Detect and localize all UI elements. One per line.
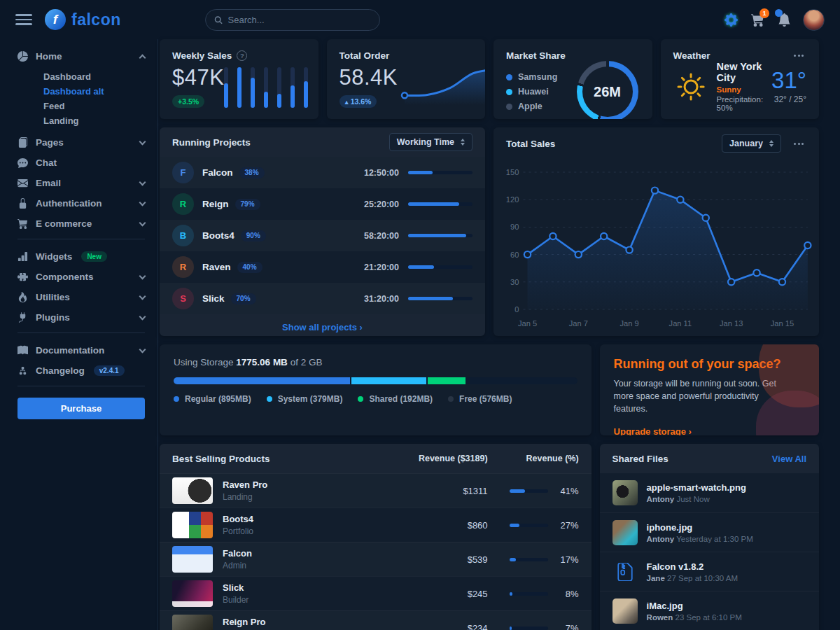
project-row-boots4[interactable]: B Boots4 90% 58:20:00: [160, 220, 485, 251]
help-icon[interactable]: ?: [237, 50, 247, 61]
shared-file-item[interactable]: Falcon v1.8.2 Jane 27 Sep at 10:30 AM: [600, 552, 819, 591]
plug-icon: [18, 312, 28, 323]
weekly-sales-bar: [290, 67, 295, 108]
shared-files-card: Shared Files View All apple-smart-watch.…: [600, 444, 819, 630]
top-navbar: f falcon 1: [0, 0, 840, 39]
sidebar-item-label: Changelog: [36, 365, 85, 376]
product-category: Admin: [223, 561, 252, 570]
product-name: Slick: [223, 582, 248, 593]
storage-segment: [174, 377, 350, 384]
weather-temp: 31°: [771, 69, 806, 92]
project-row-reign[interactable]: R Reign 79% 25:20:00: [160, 188, 485, 220]
sidebar-item-changelog[interactable]: Changelog v2.4.1: [18, 363, 145, 378]
product-row-slick[interactable]: Slick Builder $245 8%: [160, 576, 592, 610]
sidebar-item-feed[interactable]: Feed: [18, 99, 145, 113]
user-avatar[interactable]: [803, 9, 825, 31]
product-revenue-bar: [510, 489, 548, 493]
project-row-falcon[interactable]: F Falcon 38% 12:50:00: [160, 157, 485, 188]
product-thumbnail: [172, 546, 213, 573]
shared-file-item[interactable]: iMac.jpg Rowen 23 Sep at 6:10 PM: [600, 591, 819, 630]
svg-text:0: 0: [514, 305, 519, 314]
total-sales-line-chart: 0306090120150Jan 5Jan 7Jan 9Jan 11Jan 13…: [493, 157, 819, 336]
sidebar-item-utilities[interactable]: Utilities: [18, 290, 145, 304]
hamburger-menu-icon[interactable]: [15, 14, 32, 25]
sidebar-nav: Home DashboardDashboard altFeedLanding P…: [0, 39, 158, 630]
sidebar-item-dashboard-alt[interactable]: Dashboard alt: [18, 84, 145, 99]
sidebar-item-plugins[interactable]: Plugins: [18, 310, 145, 325]
shared-file-item[interactable]: iphone.jpg Antony Yesterday at 1:30 PM: [600, 512, 819, 552]
product-row-boots4[interactable]: Boots4 Portfolio $860 27%: [160, 507, 592, 542]
legend-item: Huawei: [506, 87, 557, 97]
sidebar-item-pages[interactable]: Pages: [18, 135, 145, 150]
chevron-down-icon: [139, 138, 146, 145]
brand-logo[interactable]: f falcon: [45, 9, 121, 30]
file-author: Antony: [647, 495, 675, 503]
purchase-button[interactable]: Purchase: [18, 398, 145, 419]
cart-icon: [18, 218, 28, 229]
settings-gear-icon[interactable]: [723, 12, 738, 27]
upgrade-storage-link[interactable]: Upgrade storage ›: [614, 426, 692, 435]
notifications-bell-icon[interactable]: [776, 12, 792, 27]
product-row-reign-pro[interactable]: Reign Pro Agency $234 7%: [160, 610, 592, 630]
sidebar-item-label: Chat: [36, 158, 57, 168]
working-time-select[interactable]: Working Time: [389, 133, 472, 151]
search-field[interactable]: [228, 15, 371, 25]
product-category: Landing: [223, 492, 267, 502]
view-all-link[interactable]: View All: [772, 454, 806, 464]
file-time: Just Now: [676, 495, 709, 503]
project-percent-badge: 40%: [237, 262, 262, 273]
sidebar-item-label: Plugins: [36, 312, 70, 323]
product-revenue-bar: [510, 524, 548, 527]
sidebar-item-documentation[interactable]: Documentation: [18, 343, 145, 358]
sidebar-item-home[interactable]: Home: [18, 49, 145, 64]
project-progress-bar: [408, 202, 472, 206]
product-category: Builder: [223, 595, 248, 605]
market-share-legend: SamsungHuaweiApple: [506, 72, 557, 111]
project-row-raven[interactable]: R Raven 40% 21:20:00: [160, 251, 485, 283]
weather-menu-dots-icon[interactable]: [791, 52, 806, 59]
project-name: Boots4: [202, 230, 234, 241]
weekly-sales-bar: [264, 67, 268, 108]
project-progress-bar: [408, 297, 472, 300]
select-caret-icon: [769, 140, 774, 147]
sidebar-item-landing[interactable]: Landing: [18, 113, 145, 128]
product-price: $234: [432, 623, 488, 630]
search-input[interactable]: [205, 9, 380, 31]
weather-card: Weather New York City Sunny Precipitatio…: [661, 39, 820, 119]
product-revenue-percent: 27%: [556, 520, 579, 531]
weekly-sales-bar: [224, 67, 228, 108]
select-caret-icon: [461, 139, 465, 146]
zip-file-icon: [612, 559, 638, 584]
cart-icon[interactable]: 1: [750, 12, 765, 27]
sidebar-item-widgets[interactable]: Widgets New: [18, 249, 145, 264]
sidebar-item-email[interactable]: Email: [18, 176, 145, 190]
storage-legend-item: Shared (192MB): [358, 394, 433, 404]
sidebar-item-chat[interactable]: Chat: [18, 155, 145, 170]
product-row-falcon[interactable]: Falcon Admin $539 17%: [160, 542, 592, 576]
shared-file-item[interactable]: apple-smart-watch.png Antony Just Now: [600, 473, 819, 512]
weekly-sales-card: Weekly Sales ? $47K +3.5%: [160, 39, 318, 119]
project-row-slick[interactable]: S Slick 70% 31:20:00: [160, 283, 485, 314]
sidebar-item-authentication[interactable]: Authentication: [18, 196, 145, 211]
sidebar-item-dashboard[interactable]: Dashboard: [18, 69, 145, 84]
zip-file-icon: [616, 563, 634, 581]
product-row-raven-pro[interactable]: Raven Pro Landing $1311 41%: [160, 473, 592, 507]
product-price: $245: [432, 589, 488, 599]
total-sales-menu-dots-icon[interactable]: [791, 140, 806, 148]
svg-text:60: 60: [510, 251, 519, 259]
storage-suffix: of 2 GB: [290, 357, 323, 368]
cart-count-badge: 1: [760, 8, 769, 18]
sidebar-item-components[interactable]: Components: [18, 270, 145, 284]
storage-legend: Regular (895MB)System (379MB)Shared (192…: [174, 394, 578, 404]
month-select[interactable]: January: [722, 134, 781, 153]
chat-icon: [18, 158, 28, 168]
weather-city: New York City: [717, 61, 763, 83]
product-name: Reign Pro: [223, 617, 265, 627]
show-all-projects-link[interactable]: Show all projects ›: [282, 322, 363, 332]
sidebar-item-e-commerce[interactable]: E commerce: [18, 216, 145, 231]
product-revenue-percent: 17%: [556, 554, 579, 565]
shared-files-title: Shared Files: [612, 454, 668, 464]
chevron-down-icon: [139, 293, 146, 300]
falcon-logo-icon: f: [45, 9, 66, 30]
sidebar-divider: [18, 332, 145, 333]
